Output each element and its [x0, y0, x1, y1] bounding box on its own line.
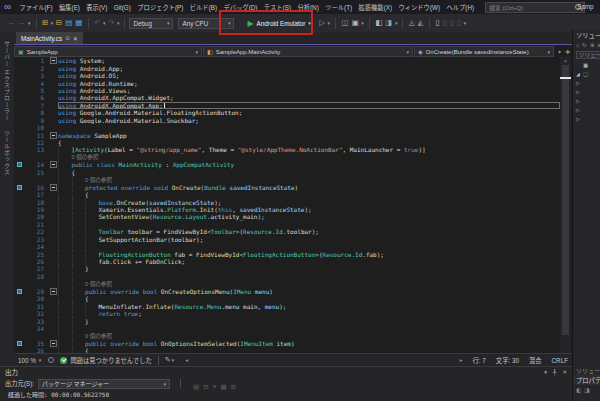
eol-indicator[interactable]: CRLF — [552, 357, 568, 364]
margin-glyph-icon[interactable] — [17, 341, 22, 346]
code-text[interactable]: using Google.Android.Material.FloatingAc… — [58, 109, 560, 116]
code-line[interactable]: 17{ — [14, 191, 560, 198]
solution-explorer-tab[interactable]: ソリューション エクスプローラー — [576, 366, 600, 375]
member-dropdown[interactable]: ◆ OnCreate(Bundle savedInstanceState) ▾ — [414, 46, 554, 57]
project-dropdown[interactable]: ▣ SampleApp ▾ — [14, 46, 202, 57]
code-text[interactable]: using System; — [58, 57, 560, 64]
code-line[interactable]: 20SetContentView(Resource.Layout.activit… — [14, 213, 560, 220]
code-text[interactable]: public override bool OnOptionsItemSelect… — [58, 340, 560, 347]
fold-collapse-icon[interactable] — [50, 288, 57, 295]
code-text[interactable]: { — [58, 139, 560, 146]
codelens-text[interactable]: 0 個の参照 — [58, 176, 560, 183]
menu-item[interactable]: 拡張機能(X) — [355, 3, 395, 12]
code-line[interactable]: 35public override bool OnOptionsItemSele… — [14, 340, 560, 347]
solution-toolbar-icon[interactable]: ⌂ — [576, 42, 579, 48]
solution-configuration-dropdown[interactable]: Debug▾ — [129, 18, 173, 29]
codelens-row[interactable]: 0 個の参照 — [14, 154, 560, 161]
chevron-down-icon[interactable]: ▾ — [558, 48, 561, 55]
issues-message[interactable]: 問題は見つかりませんでした — [70, 356, 151, 365]
code-line[interactable]: 9using Google.Android.Material.Snackbar; — [14, 117, 560, 124]
scrollbar-thumb[interactable] — [562, 65, 569, 335]
new-item-caret-icon[interactable]: ▾ — [51, 20, 54, 26]
menu-item[interactable]: 編集(E) — [56, 3, 83, 12]
code-line[interactable]: 12{ — [14, 139, 560, 146]
window-position-icon[interactable]: ▾ — [544, 369, 547, 375]
code-line[interactable]: 32return true; — [14, 310, 560, 317]
tree-expander-icon[interactable]: ▷ — [576, 80, 582, 86]
hscroll-left-icon[interactable]: ◂ — [185, 357, 188, 363]
output-panel-header[interactable]: 出力 ▾╀✕ — [0, 367, 572, 377]
code-text[interactable]: { — [58, 169, 560, 176]
tree-item[interactable]: ▣ — [573, 60, 600, 69]
output-source-dropdown[interactable]: パッケージ マネージャー ▾ — [38, 379, 170, 389]
fold-collapse-icon[interactable] — [50, 184, 57, 191]
solution-toolbar-icon[interactable]: ⊕ — [590, 42, 595, 48]
codelens-row[interactable]: 0 個の参照 — [14, 332, 560, 339]
menu-item[interactable]: ヘルプ(H) — [443, 3, 477, 12]
code-text[interactable]: fab.Click += FabOnClick; — [58, 258, 560, 265]
code-text[interactable]: using Android.App; — [58, 64, 560, 71]
code-line[interactable]: 6using AndroidX.AppCompat.Widget; — [14, 94, 560, 101]
scroll-up-icon[interactable]: ▴ — [560, 57, 571, 63]
code-line[interactable]: 33} — [14, 317, 560, 324]
hot-reload-caret-icon[interactable]: ▾ — [361, 20, 364, 26]
navigate-icon[interactable]: ◬ — [409, 19, 415, 27]
nav-forward-icon[interactable]: → — [18, 19, 26, 27]
pin-icon[interactable]: ╀ — [553, 369, 556, 375]
clear-bookmarks-icon[interactable]: ▯ — [457, 19, 461, 27]
bookmark-caret-icon[interactable]: ▾ — [464, 20, 467, 26]
type-dropdown[interactable]: ◧ SampleApp.MainActivity ▾ — [203, 46, 413, 57]
codelens-row[interactable]: 0 個の参照 — [14, 176, 560, 183]
code-line[interactable]: 2using Android.App; — [14, 64, 560, 71]
split-editor-icon[interactable]: ✚ — [565, 48, 570, 55]
close-tab-icon[interactable]: ✕ — [73, 35, 78, 42]
code-line[interactable]: 28 — [14, 273, 560, 280]
tree-item[interactable]: ▷ — [573, 78, 600, 87]
menu-item[interactable]: ファイル(F) — [16, 3, 56, 12]
code-line[interactable]: 4using Android.Runtime; — [14, 79, 560, 86]
target-caret-icon[interactable]: ▾ — [328, 20, 331, 26]
code-line[interactable]: 19Xamarin.Essentials.Platform.Init(this,… — [14, 206, 560, 213]
output-toolbar-icon[interactable]: ⊞ — [231, 383, 236, 390]
undo-icon[interactable]: ↶ — [94, 19, 100, 27]
code-line[interactable]: 1using System; — [14, 57, 560, 64]
start-without-debugging-icon[interactable]: ▷ — [319, 19, 325, 27]
left-dock-tab-0[interactable]: サーバー エクスプローラー — [3, 41, 12, 121]
output-toolbar-icon[interactable]: ⊟ — [203, 383, 208, 390]
column-indicator[interactable]: 文字: 30 — [496, 356, 519, 365]
pin-tab-icon[interactable]: ⊙ — [65, 35, 70, 41]
menu-item[interactable]: テスト(S) — [261, 3, 295, 12]
code-line[interactable]: 26fab.Click += FabOnClick; — [14, 258, 560, 265]
code-line[interactable]: 23SetSupportActionBar(toolbar); — [14, 236, 560, 243]
output-toolbar-icon[interactable]: ▤ — [193, 383, 199, 390]
code-line[interactable]: 27} — [14, 265, 560, 272]
solution-platform-dropdown[interactable]: Any CPU▾ — [178, 18, 234, 29]
code-line[interactable]: 13[Activity(Label = "@string/app_name", … — [14, 146, 560, 153]
editor-vertical-scrollbar[interactable]: ▴ — [560, 57, 571, 353]
codelens-text[interactable]: 0 個の参照 — [58, 332, 560, 339]
code-text[interactable]: using AndroidX.AppCompat.Widget; — [58, 94, 560, 101]
open-file-icon[interactable]: ⊟ — [56, 19, 62, 27]
hot-reload-icon[interactable]: ▣ — [352, 19, 359, 27]
output-toolbar-icon[interactable]: ≡ — [213, 383, 217, 390]
code-text[interactable]: { — [58, 191, 560, 198]
code-line[interactable]: 18base.OnCreate(savedInstanceState); — [14, 198, 560, 205]
menu-item[interactable]: プロジェクト(P) — [134, 3, 187, 12]
code-text[interactable]: public override bool OnCreateOptionsMenu… — [58, 288, 560, 295]
properties-toolbar-icon[interactable]: ◧ — [576, 387, 581, 393]
tree-expander-icon[interactable]: ◢ — [576, 71, 582, 77]
tree-item[interactable]: ▷ — [573, 114, 600, 123]
menu-item[interactable]: 分析(N) — [294, 3, 322, 12]
fold-collapse-icon[interactable] — [50, 340, 57, 347]
menu-item[interactable]: 表示(V) — [83, 3, 110, 12]
code-line[interactable]: 24 — [14, 243, 560, 250]
left-dock-tab-1[interactable]: ツールボックス — [3, 130, 12, 176]
codelens-text[interactable]: 0 個の参照 — [58, 280, 560, 287]
start-debugging-button[interactable]: ▶ Android Emulator ▾ — [244, 16, 313, 30]
code-line[interactable]: 31MenuInflater.Inflate(Resource.Menu.men… — [14, 302, 560, 309]
code-line[interactable]: 14public class MainActivity : AppCompatA… — [14, 161, 560, 168]
code-text[interactable]: } — [58, 265, 560, 272]
menu-item[interactable]: ツール(T) — [322, 3, 355, 12]
code-line[interactable]: 10 — [14, 124, 560, 131]
code-text[interactable]: SetSupportActionBar(toolbar); — [58, 236, 560, 243]
